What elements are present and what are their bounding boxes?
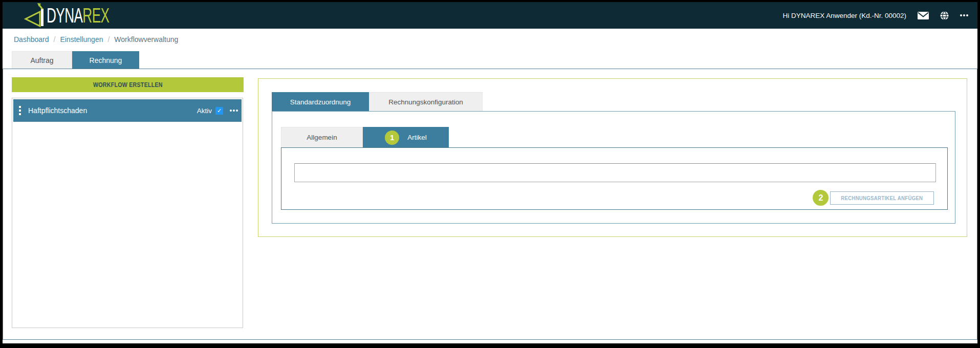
- create-workflow-button-label: WORKFLOW ERSTELLEN: [93, 81, 163, 89]
- checkmark-icon: ✓: [217, 107, 222, 114]
- workflow-name: Haftpflichtschaden: [28, 106, 87, 115]
- workflow-detail-panel: Standardzuordnung Rechnungskonfiguration…: [258, 78, 967, 237]
- app-header: DYNAREX Hi DYNAREX Anwender (Kd.-Nr. 000…: [3, 2, 977, 29]
- step-tab-bar: Allgemein 1 Artikel: [281, 127, 449, 147]
- breadcrumb-dashboard[interactable]: Dashboard: [14, 35, 49, 44]
- breadcrumb: Dashboard / Einstellungen / Workflowverw…: [14, 29, 178, 50]
- logo-text-accent: REX: [82, 4, 109, 27]
- drag-handle-icon[interactable]: [19, 106, 21, 108]
- tab-artikel[interactable]: 1 Artikel: [363, 127, 449, 147]
- more-menu-icon[interactable]: [960, 14, 968, 16]
- workflow-active-checkbox[interactable]: ✓: [215, 107, 223, 115]
- workflow-status-label: Aktiv: [197, 107, 212, 115]
- globe-icon[interactable]: [940, 11, 949, 20]
- breadcrumb-separator: /: [107, 35, 110, 44]
- append-invoice-article-button[interactable]: RECHNUNGSARTIKEL ANFÜGEN: [830, 191, 934, 205]
- artikel-section: 2 RECHNUNGSARTIKEL ANFÜGEN: [281, 147, 948, 210]
- tab-standardzuordnung[interactable]: Standardzuordnung: [272, 92, 369, 111]
- app-window: DYNAREX Hi DYNAREX Anwender (Kd.-Nr. 000…: [3, 2, 977, 343]
- logo-text: DYNAREX: [47, 2, 109, 29]
- append-row: 2 RECHNUNGSARTIKEL ANFÜGEN: [813, 190, 934, 206]
- artikel-input[interactable]: [294, 163, 936, 182]
- create-workflow-button[interactable]: WORKFLOW ERSTELLEN: [12, 77, 244, 92]
- logo[interactable]: DYNAREX: [12, 2, 144, 29]
- main-container: WORKFLOW ERSTELLEN Haftpflichtschaden Ak…: [3, 69, 977, 340]
- mail-icon[interactable]: [918, 12, 929, 19]
- step-badge-1: 1: [385, 130, 399, 145]
- tab-artikel-label: Artikel: [407, 134, 427, 141]
- tab-rechnungskonfiguration[interactable]: Rechnungskonfiguration: [369, 92, 483, 111]
- step-badge-2: 2: [813, 190, 829, 206]
- breadcrumb-separator: /: [54, 35, 56, 44]
- tab-allgemein[interactable]: Allgemein: [281, 127, 363, 147]
- header-actions: Hi DYNAREX Anwender (Kd.-Nr. 00002): [782, 11, 968, 20]
- workflow-list-item[interactable]: Haftpflichtschaden Aktiv ✓: [13, 99, 242, 122]
- workflow-list: Haftpflichtschaden Aktiv ✓: [12, 98, 243, 328]
- tab-rechnung[interactable]: Rechnung: [72, 51, 139, 69]
- tab-allgemein-label: Allgemein: [307, 134, 337, 141]
- tab-auftrag[interactable]: Auftrag: [12, 51, 72, 69]
- top-tab-bar: Auftrag Rechnung: [12, 51, 139, 69]
- logo-arrow-icon: [23, 3, 45, 27]
- panel-tab-bar: Standardzuordnung Rechnungskonfiguration: [272, 92, 483, 111]
- breadcrumb-einstellungen[interactable]: Einstellungen: [60, 35, 103, 44]
- workflow-more-icon[interactable]: [230, 110, 232, 112]
- breadcrumb-current: Workflowverwaltung: [114, 35, 178, 44]
- logo-text-primary: DYNA: [47, 4, 82, 27]
- user-greeting: Hi DYNAREX Anwender (Kd.-Nr. 00002): [782, 12, 906, 19]
- append-invoice-article-button-label: RECHNUNGSARTIKEL ANFÜGEN: [841, 195, 923, 201]
- standardzuordnung-section: Allgemein 1 Artikel 2 RECHNUNGSARTIKEL A…: [272, 111, 955, 224]
